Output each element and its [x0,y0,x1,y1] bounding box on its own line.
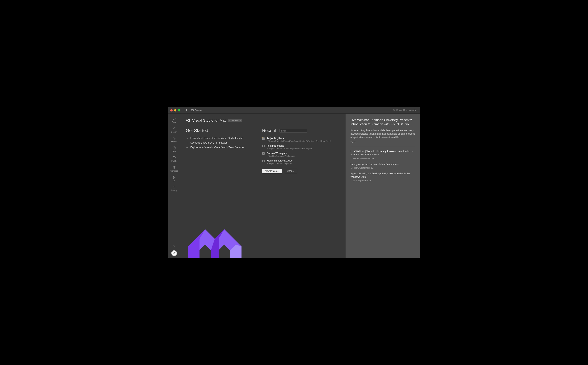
recent-filter-input[interactable] [280,129,307,133]
news-featured-body: It's an exciting time to be a mobile dev… [350,129,415,139]
sidebar-item-debug[interactable]: Debug [168,135,180,145]
sidebar-item-services[interactable]: Services [168,164,180,174]
search-icon [393,109,395,112]
recent-name: ConsoleWorkspace [267,152,295,155]
app-window: Default Press ⌘. to search... Code Desig… [168,107,420,258]
svg-rect-32 [263,160,264,162]
vs-logo-row: Visual Studio for Mac COMMUNITY [186,118,340,123]
open-button[interactable]: Open... [284,169,297,173]
sidebar-label: Services [170,170,178,172]
news-featured-title: Live Webinar | Xamarin University Presen… [350,118,415,126]
svg-line-15 [173,167,174,168]
svg-point-17 [173,176,174,176]
arrow-icon: → [186,146,189,149]
news-item-title: Live Webinar | Xamarin University Presen… [350,150,415,156]
recent-name: Xamarin.Interactive.Mac [267,159,293,162]
zoom-window[interactable] [178,109,180,112]
traffic-lights [170,109,180,112]
get-started-title: Get Started [186,128,251,133]
svg-point-14 [174,168,175,168]
recent-project[interactable]: ★ ProjectBugRace~/Repos/Projects/Project… [262,136,340,143]
debug-icon [172,136,176,140]
sidebar-label: Profile [171,160,177,162]
services-icon [172,166,176,169]
sidebar-item-test[interactable]: Test [168,145,180,154]
recent-project[interactable]: FeatureSamples~/Repos/Xamarin/urho-sampl… [262,143,340,151]
new-project-button[interactable]: New Project... [262,169,282,173]
news-panel: Live Webinar | Xamarin University Presen… [346,114,420,258]
sidebar-item-git[interactable]: Git [168,174,180,184]
design-icon [172,127,176,130]
sidebar-item-deploy[interactable]: Deploy [168,184,180,193]
news-item[interactable]: Recognizing Top Documentation Contributo… [350,163,415,169]
configuration-label: Default [195,109,202,112]
recent-path: ~/Repos/Projects/ProjectBugRace/Version1… [267,140,331,142]
solution-icon [262,160,265,162]
svg-rect-28 [263,145,264,147]
divider [350,147,415,147]
profile-icon [172,156,176,159]
arrow-icon: → [186,137,189,140]
close-window[interactable] [170,109,173,112]
recent-path: ~/Repos/Xamarin/urho-samples/FeatureSamp… [267,147,312,150]
test-icon [172,146,176,150]
global-search[interactable]: Press ⌘. to search... [393,109,418,112]
sidebar-item-code[interactable]: Code [168,115,180,125]
svg-line-1 [394,111,395,112]
sidebar-label: Git [173,180,175,182]
git-icon [172,175,176,179]
svg-point-18 [173,178,174,178]
configuration-selector[interactable]: Default [191,109,202,112]
run-button[interactable] [184,109,190,112]
svg-point-0 [393,109,394,111]
recent-name: FeatureSamples [267,145,312,147]
sidebar-label: Design [171,131,177,133]
news-featured[interactable]: Live Webinar | Xamarin University Presen… [350,118,415,143]
svg-point-8 [173,147,175,149]
sidebar-item-profile[interactable]: Profile [168,154,180,164]
get-started-link[interactable]: →Learn about new features in Visual Stud… [186,136,251,140]
user-avatar[interactable] [171,250,177,256]
svg-point-12 [173,166,174,167]
svg-point-13 [175,166,175,167]
news-item-title: Apps built using the Desktop Bridge now … [350,172,415,179]
welcome-content: Visual Studio for Mac COMMUNITY Get Star… [180,114,346,258]
minimize-window[interactable] [174,109,176,112]
news-item[interactable]: Live Webinar | Xamarin University Presen… [350,150,415,160]
news-item[interactable]: Apps built using the Desktop Bridge now … [350,172,415,182]
link-text: Explore what's new in Visual Studio Team… [190,146,244,149]
vs-logo-icon [186,118,190,123]
recent-title: Recent [262,128,276,133]
news-item-date: Friday, September 16 [350,179,415,182]
svg-line-11 [174,158,175,158]
code-icon [172,117,176,120]
main-area: Visual Studio for Mac COMMUNITY Get Star… [180,114,420,258]
sidebar-label: Code [172,121,176,123]
sidebar-label: Debug [171,141,177,143]
solution-icon [262,152,265,155]
m-logo-decoration [180,222,249,258]
sidebar-label: Deploy [171,189,177,191]
svg-point-22 [172,251,176,255]
deploy-icon [172,185,176,189]
link-text: See what's new in .NET Framework [190,141,228,144]
settings-button[interactable] [173,245,176,248]
recent-path: ~/Repos/Xamarin/inspector [267,162,293,165]
window-body: Code Design Debug Test Profile Services [168,114,420,258]
sidebar: Code Design Debug Test Profile Services [168,114,180,258]
gear-icon [173,245,176,248]
news-featured-date: Today [350,141,415,143]
recent-project[interactable]: Xamarin.Interactive.Mac~/Repos/Xamarin/i… [262,158,340,166]
recent-name: ProjectBugRace [267,137,331,140]
arrow-icon: → [186,141,189,144]
vs-brand-text: Visual Studio for Mac [192,118,226,123]
svg-line-16 [174,167,175,168]
avatar-icon [172,251,177,256]
solution-icon: ★ [262,137,265,140]
recent-project[interactable]: ConsoleWorkspace~/Desktop/ConsoleWorkspa… [262,151,340,158]
titlebar: Default Press ⌘. to search... [168,107,420,114]
sidebar-item-design[interactable]: Design [168,125,180,135]
get-started-link[interactable]: →Explore what's new in Visual Studio Tea… [186,145,251,150]
get-started-link[interactable]: →See what's new in .NET Framework [186,140,251,145]
svg-rect-30 [263,153,264,154]
